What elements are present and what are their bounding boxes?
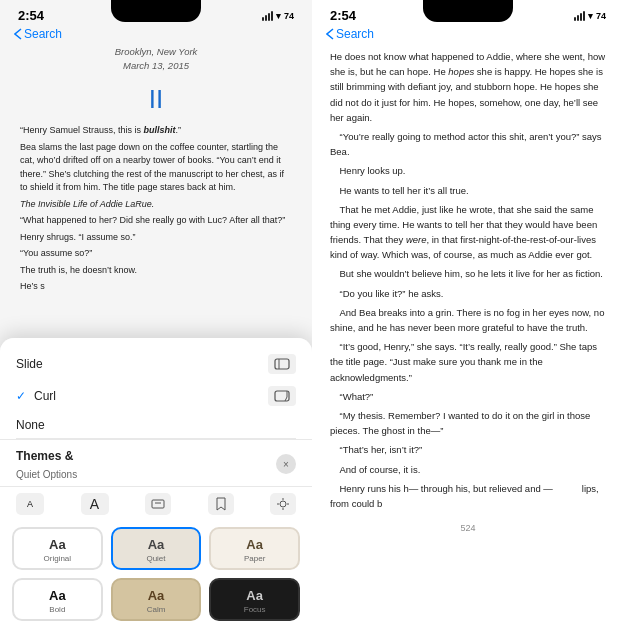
themes-header: Themes & Quiet Options ×	[0, 439, 312, 486]
slide-option[interactable]: Slide	[16, 357, 268, 371]
theme-paper[interactable]: Aa Paper	[209, 527, 300, 570]
font-style-icon[interactable]	[145, 493, 171, 515]
signal-icon	[262, 11, 273, 21]
theme-quiet-label: Quiet	[146, 554, 165, 563]
theme-bold[interactable]: Aa Bold	[12, 578, 103, 621]
right-time: 2:54	[330, 8, 356, 23]
right-nav-bar: Search	[312, 25, 624, 45]
font-increase-button[interactable]: A	[81, 493, 109, 515]
right-para-13: And of course, it is.	[330, 462, 606, 477]
theme-bold-aa: Aa	[49, 588, 66, 603]
none-option[interactable]: None	[16, 418, 296, 432]
notch	[111, 0, 201, 22]
right-wifi-icon: ▾	[588, 11, 593, 21]
left-back-button[interactable]: Search	[14, 27, 62, 41]
theme-paper-label: Paper	[244, 554, 265, 563]
right-para-7: “Do you like it?” he asks.	[330, 286, 606, 301]
theme-original-aa: Aa	[49, 537, 66, 552]
svg-rect-0	[275, 359, 289, 369]
right-back-button[interactable]: Search	[326, 27, 374, 41]
right-para-10: “What?”	[330, 389, 606, 404]
left-phone: 2:54 ▾ 74 Search	[0, 0, 312, 631]
right-para-3: Henry looks up.	[330, 163, 606, 178]
bookmark-icon[interactable]	[208, 493, 234, 515]
theme-original-label: Original	[44, 554, 72, 563]
left-time: 2:54	[18, 8, 44, 23]
theme-calm-label: Calm	[147, 605, 166, 614]
brightness-icon[interactable]	[270, 493, 296, 515]
book-location: Brooklyn, New York March 13, 2015	[20, 45, 292, 73]
wifi-icon: ▾	[276, 11, 281, 21]
curl-option-row[interactable]: ✓ Curl	[0, 380, 312, 412]
left-nav-bar: Search	[0, 25, 312, 45]
theme-original[interactable]: Aa Original	[12, 527, 103, 570]
quiet-options-label: Quiet Options	[16, 469, 77, 480]
close-button[interactable]: ×	[276, 454, 296, 474]
right-para-5: That he met Addie, just like he wrote, t…	[330, 202, 606, 263]
theme-bold-label: Bold	[49, 605, 65, 614]
slide-panel: Slide ✓ Curl None	[0, 338, 312, 631]
theme-focus-aa: Aa	[246, 588, 263, 603]
themes-title: Themes &	[16, 449, 73, 463]
right-battery-icon: 74	[596, 11, 606, 21]
book-text: “Henry Samuel Strauss, this is bullshit.…	[20, 124, 292, 294]
curl-icon	[268, 386, 296, 406]
right-para-8: And Bea breaks into a grin. There is no …	[330, 305, 606, 335]
right-para-6: But she wouldn’t believe him, so he lets…	[330, 266, 606, 281]
right-book-content: He does not know what happened to Addie,…	[312, 45, 624, 519]
right-para-11: “My thesis. Remember? I wanted to do it …	[330, 408, 606, 438]
left-book-content: Brooklyn, New York March 13, 2015 II “He…	[0, 45, 312, 294]
right-notch	[423, 0, 513, 22]
battery-icon: 74	[284, 11, 294, 21]
theme-paper-aa: Aa	[246, 537, 263, 552]
left-status-icons: ▾ 74	[262, 11, 294, 21]
right-phone: 2:54 ▾ 74 Search He d	[312, 0, 624, 631]
right-signal-icon	[574, 11, 585, 21]
book-chapter: II	[20, 81, 292, 119]
theme-focus-label: Focus	[244, 605, 266, 614]
theme-quiet[interactable]: Aa Quiet	[111, 527, 202, 570]
curl-option[interactable]: ✓ Curl	[16, 389, 268, 403]
font-decrease-button[interactable]: A	[16, 493, 44, 515]
theme-calm-aa: Aa	[148, 588, 165, 603]
themes-grid: Aa Original Aa Quiet Aa Paper Aa Bold	[0, 521, 312, 631]
right-para-12: “That’s her, isn’t it?”	[330, 442, 606, 457]
theme-focus[interactable]: Aa Focus	[209, 578, 300, 621]
font-controls-row: A A	[0, 486, 312, 521]
right-status-icons: ▾ 74	[574, 11, 606, 21]
right-para-9: “It’s good, Henry,” she says. “It’s real…	[330, 339, 606, 385]
svg-rect-3	[152, 500, 164, 508]
none-option-row[interactable]: None	[0, 412, 312, 438]
theme-calm[interactable]: Aa Calm	[111, 578, 202, 621]
right-para-1: He does not know what happened to Addie,…	[330, 49, 606, 125]
page-number: 524	[312, 523, 624, 533]
transition-options-row: Slide	[0, 348, 312, 380]
right-para-2: “You’re really going to method actor thi…	[330, 129, 606, 159]
theme-quiet-aa: Aa	[148, 537, 165, 552]
right-para-14: Henry runs his h— through his, but relie…	[330, 481, 606, 511]
right-para-4: He wants to tell her it’s all true.	[330, 183, 606, 198]
svg-point-5	[280, 501, 286, 507]
slide-icon	[268, 354, 296, 374]
